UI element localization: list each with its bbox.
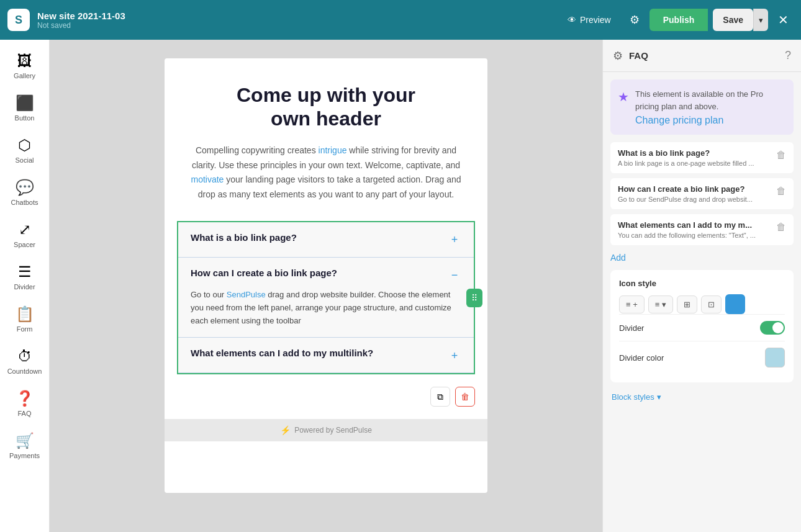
sidebar-label-divider: Divider — [14, 283, 35, 291]
faq-question-1[interactable]: What is a bio link page? + — [191, 232, 461, 247]
sidebar-left: 🖼 Gallery ⬛ Button ⬡ Social 💬 Chatbots ⤢… — [0, 40, 50, 532]
panel-faq-delete-1[interactable]: 🗑 — [776, 150, 786, 161]
divider-color-label: Divider color — [619, 353, 664, 363]
pro-star-icon: ★ — [618, 89, 629, 104]
faq-drag-handle[interactable]: ⠿ — [466, 289, 482, 307]
save-group: Save ▾ — [713, 9, 768, 31]
sidebar-item-social[interactable]: ⬡ Social — [2, 130, 47, 170]
icon-style-align-right[interactable]: ⊡ — [701, 295, 722, 313]
faq-q-text-1: What is a bio link page? — [191, 232, 443, 243]
panel-faq-item-3: What elements can I add to my m... You c… — [610, 214, 794, 245]
panel-faq-item-2: How can I create a bio link page? Go to … — [610, 178, 794, 209]
social-icon: ⬡ — [18, 137, 31, 154]
settings-button[interactable]: ⚙ — [625, 8, 645, 32]
sidebar-item-chatbots[interactable]: 💬 Chatbots — [2, 173, 47, 212]
sidebar-item-button[interactable]: ⬛ Button — [2, 88, 47, 128]
pro-link[interactable]: Change pricing plan — [635, 115, 786, 126]
sidebar-label-payments: Payments — [9, 452, 40, 459]
icon-style-title: Icon style — [619, 279, 785, 288]
sidebar-item-spacer[interactable]: ⤢ Spacer — [2, 215, 47, 255]
divider-color-swatch[interactable] — [765, 348, 785, 367]
icon-style-color[interactable] — [725, 294, 745, 314]
block-styles-label: Block styles — [612, 392, 654, 402]
faq-icon: ❓ — [16, 390, 34, 407]
divider-setting: Divider — [619, 314, 785, 341]
panel-faq-q-1: What is a bio link page? — [618, 148, 771, 158]
faq-q-text-2: How can I create a bio link page? — [191, 268, 443, 278]
faq-question-2[interactable]: How can I create a bio link page? − — [191, 268, 461, 282]
sidebar-item-faq[interactable]: ❓ FAQ — [2, 384, 47, 423]
divider-label: Divider — [619, 323, 644, 333]
panel-faq-delete-3[interactable]: 🗑 — [776, 222, 786, 233]
block-styles-link[interactable]: Block styles ▾ — [603, 390, 801, 410]
panel-help-icon[interactable]: ? — [785, 49, 791, 62]
sidebar-item-countdown[interactable]: ⏱ Countdown — [2, 341, 47, 381]
panel-faq-q-3: What elements can I add to my m... — [618, 220, 771, 230]
sidebar-label-gallery: Gallery — [14, 72, 35, 79]
save-dropdown-button[interactable]: ▾ — [753, 9, 768, 31]
faq-item-3: What elements can I add to my multilink?… — [178, 338, 474, 373]
duplicate-button[interactable]: ⧉ — [430, 387, 450, 407]
icon-style-plus-text[interactable]: ≡ + — [619, 295, 645, 313]
panel-title: FAQ — [629, 50, 648, 61]
sidebar-item-divider[interactable]: ☰ Divider — [2, 257, 47, 297]
chatbots-icon: 💬 — [16, 179, 34, 196]
publish-button[interactable]: Publish — [649, 9, 708, 31]
panel-settings-icon: ⚙ — [613, 49, 623, 63]
header-actions: 👁 Preview ⚙ Publish Save ▾ ✕ — [559, 7, 794, 32]
countdown-icon: ⏱ — [17, 348, 32, 365]
panel-faq-content-2: How can I create a bio link page? Go to … — [618, 184, 771, 203]
divider-toggle[interactable] — [760, 321, 785, 335]
pro-message: This element is available on the Pro pri… — [635, 89, 763, 111]
preview-icon: 👁 — [568, 15, 576, 25]
add-faq-link[interactable]: Add — [603, 250, 801, 270]
sidebar-label-spacer: Spacer — [14, 241, 35, 248]
save-button[interactable]: Save — [713, 9, 753, 31]
button-icon: ⬛ — [16, 94, 34, 112]
faq-toggle-1[interactable]: + — [448, 233, 461, 247]
hero-title: Come up with yourown header — [183, 83, 469, 131]
divider-icon: ☰ — [18, 263, 32, 281]
main-layout: 🖼 Gallery ⬛ Button ⬡ Social 💬 Chatbots ⤢… — [0, 40, 801, 532]
canvas-content: Come up with yourown header Compelling c… — [165, 58, 487, 493]
hero-section: Come up with yourown header Compelling c… — [165, 58, 487, 221]
panel-faq-delete-2[interactable]: 🗑 — [776, 186, 786, 197]
faq-section: What is a bio link page? + How can I cre… — [177, 221, 475, 374]
faq-question-3[interactable]: What elements can I add to my multilink?… — [191, 348, 461, 363]
panel-faq-a-1: A bio link page is a one-page website fi… — [618, 160, 771, 167]
pro-banner: ★ This element is available on the Pro p… — [610, 79, 794, 135]
sidebar-item-payments[interactable]: 🛒 Payments — [2, 426, 47, 466]
form-icon: 📋 — [16, 305, 34, 323]
icon-style-align-left[interactable]: ⊞ — [677, 295, 697, 313]
logo: S — [7, 9, 30, 31]
faq-item-2: How can I create a bio link page? − Go t… — [178, 258, 474, 338]
logo-text: S — [15, 14, 22, 27]
powered-by-text: Powered by SendPulse — [294, 426, 372, 435]
sidebar-label-faq: FAQ — [17, 410, 31, 417]
sidebar-label-button: Button — [15, 114, 35, 122]
sidebar-item-form[interactable]: 📋 Form — [2, 299, 47, 339]
faq-answer-2: Go to our SendPulse drag and drop websit… — [191, 289, 461, 327]
payments-icon: 🛒 — [16, 432, 34, 449]
close-button[interactable]: ✕ — [773, 7, 794, 32]
faq-toggle-2[interactable]: − — [448, 269, 461, 282]
sidebar-label-form: Form — [17, 325, 33, 333]
panel-faq-list: What is a bio link page? A bio link page… — [603, 142, 801, 250]
sidebar-item-gallery[interactable]: 🖼 Gallery — [2, 46, 47, 86]
panel-faq-content-3: What elements can I add to my m... You c… — [618, 220, 771, 239]
sidebar-label-chatbots: Chatbots — [11, 199, 38, 206]
header: S New site 2021-11-03 Not saved 👁 Previe… — [0, 0, 801, 40]
panel-faq-q-2: How can I create a bio link page? — [618, 184, 771, 194]
panel-faq-item-1: What is a bio link page? A bio link page… — [610, 142, 794, 173]
powered-by: ⚡ Powered by SendPulse — [165, 419, 487, 441]
site-name: New site 2021-11-03 — [37, 11, 554, 21]
delete-button[interactable]: 🗑 — [455, 387, 475, 407]
preview-button[interactable]: 👁 Preview — [559, 10, 620, 30]
gallery-icon: 🖼 — [17, 52, 32, 70]
panel-faq-content-1: What is a bio link page? A bio link page… — [618, 148, 771, 167]
faq-item-1: What is a bio link page? + — [178, 222, 474, 258]
icon-style-equals-down[interactable]: ≡ ▾ — [648, 295, 673, 313]
icon-style-panel: Icon style ≡ + ≡ ▾ ⊞ ⊡ Divider Divider c… — [610, 270, 794, 382]
canvas-bottom-toolbar: ⧉ 🗑 — [177, 387, 475, 407]
faq-toggle-3[interactable]: + — [448, 349, 461, 363]
